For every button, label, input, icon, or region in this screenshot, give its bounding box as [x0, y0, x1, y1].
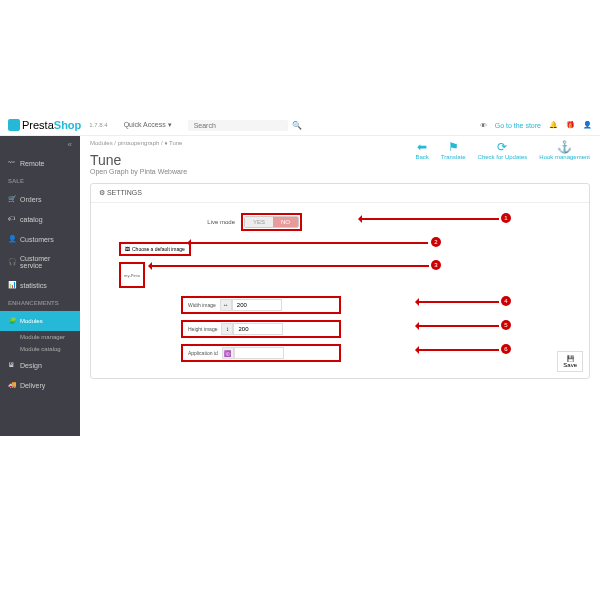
user-icon[interactable]: 👤 [583, 121, 592, 129]
hook-button[interactable]: ⚓Hook management [539, 140, 590, 160]
sidebar-modules[interactable]: 🧩Modules [0, 311, 80, 331]
callout-5: 5 [501, 320, 511, 330]
version: 1.7.8.4 [89, 122, 107, 128]
callout-6: 6 [501, 344, 511, 354]
sidebar-module-manager[interactable]: Module manager [0, 331, 80, 343]
sidebar-head-enh: ENHANCEMENTS [0, 295, 80, 311]
height-input[interactable] [233, 323, 283, 335]
logo-text2: Shop [54, 119, 82, 131]
search-box: 🔍 [188, 120, 472, 131]
width-input[interactable] [232, 299, 282, 311]
sidebar-remote[interactable]: 〰Remote [0, 153, 80, 173]
sidebar-delivery[interactable]: 🚚Delivery [0, 375, 80, 395]
notif-icon[interactable]: 🔔 [549, 121, 558, 129]
sidebar-orders[interactable]: 🛒Orders [0, 189, 80, 209]
search-input[interactable] [188, 120, 288, 131]
topbar: PrestaShop 1.7.8.4 Quick Access ▾ 🔍 👁 Go… [0, 115, 600, 136]
appid-group: Application id🆔 [181, 344, 341, 362]
live-mode-label: Live mode [181, 219, 241, 225]
sidebar-cs[interactable]: 🎧Customer service [0, 249, 80, 275]
sidebar-module-catalog[interactable]: Module catalog [0, 343, 80, 355]
sidebar-design[interactable]: 🖥Design [0, 355, 80, 375]
height-group: Height image↕ [181, 320, 341, 338]
logo-icon [8, 119, 20, 131]
sidebar-catalog[interactable]: 🏷catalog [0, 209, 80, 229]
live-mode-toggle[interactable]: YESNO [244, 216, 299, 228]
gift-icon[interactable]: 🎁 [566, 121, 575, 129]
sidebar-head-sale: SALE [0, 173, 80, 189]
appid-input[interactable] [234, 347, 284, 359]
settings-panel: ⚙ SETTINGS Live mode YESNO 1 🖼 Choose a … [90, 183, 590, 379]
callout-1: 1 [501, 213, 511, 223]
eye-icon[interactable]: 👁 [480, 122, 487, 129]
translate-button[interactable]: ⚑Translate [441, 140, 466, 160]
page-subtitle: Open Graph by Pinta Webware [90, 168, 590, 175]
collapse-icon[interactable]: « [0, 136, 80, 153]
width-group: Width image↔ [181, 296, 341, 314]
updates-button[interactable]: ⟳Check for Updates [478, 140, 528, 160]
back-button[interactable]: ⬅Back [415, 140, 428, 160]
logo-text1: Presta [22, 119, 54, 131]
callout-4: 4 [501, 296, 511, 306]
callout-3: 3 [431, 260, 441, 270]
sidebar-customers[interactable]: 👤Customers [0, 229, 80, 249]
logo: PrestaShop [8, 119, 81, 131]
quick-access[interactable]: Quick Access ▾ [124, 121, 172, 129]
store-link[interactable]: Go to the store [495, 122, 541, 129]
search-icon[interactable]: 🔍 [292, 121, 302, 130]
sidebar: « 〰Remote SALE 🛒Orders 🏷catalog 👤Custome… [0, 136, 80, 436]
panel-title: ⚙ SETTINGS [91, 184, 589, 203]
sidebar-stats[interactable]: 📊statistics [0, 275, 80, 295]
choose-image-button[interactable]: 🖼 Choose a default image [119, 242, 191, 256]
save-button[interactable]: 💾Save [557, 351, 583, 372]
callout-2: 2 [431, 237, 441, 247]
content: ⬅Back ⚑Translate ⟳Check for Updates ⚓Hoo… [80, 136, 600, 436]
image-preview: my-Pinta [119, 262, 145, 288]
